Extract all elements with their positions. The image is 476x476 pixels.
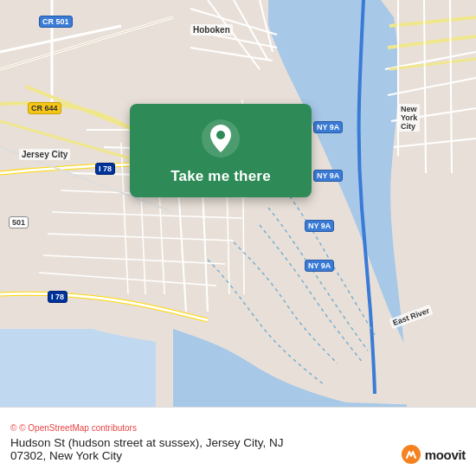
- cr644-badge: CR 644: [28, 102, 61, 114]
- attribution: © © OpenStreetMap contributors: [10, 423, 466, 433]
- address-text-1: Hudson St (hudson street at sussex), Jer…: [10, 436, 284, 449]
- attribution-icon: ©: [10, 423, 16, 433]
- i501-badge: 501: [9, 216, 29, 228]
- bottom-bar: © © OpenStreetMap contributors Hudson St…: [0, 407, 476, 476]
- i78a-badge: I 78: [95, 163, 115, 175]
- nyc-label: NewYorkCity: [398, 104, 420, 132]
- address-line1: Hudson St (hudson street at sussex), Jer…: [10, 436, 466, 449]
- moovit-symbol: [405, 448, 417, 460]
- map-container: Hoboken Jersey City NewYorkCity East Riv…: [0, 0, 476, 407]
- address-text-2: 07302, New York City: [10, 449, 122, 462]
- moovit-icon: [402, 445, 421, 464]
- cr501-badge: CR 501: [39, 16, 73, 28]
- location-pin-icon: [200, 118, 241, 159]
- hoboken-label: Hoboken: [190, 24, 233, 35]
- moovit-text: moovit: [425, 447, 466, 462]
- moovit-logo: moovit: [402, 445, 466, 464]
- ny9a4-badge: NY 9A: [305, 260, 334, 272]
- ny9a3-badge: NY 9A: [305, 220, 334, 232]
- jersey-city-label: Jersey City: [19, 149, 70, 160]
- svg-point-42: [216, 131, 225, 139]
- attribution-text: © OpenStreetMap contributors: [19, 423, 137, 433]
- ny9a2-badge: NY 9A: [313, 170, 343, 182]
- map-svg: [0, 0, 476, 407]
- address-line2: 07302, New York City: [10, 449, 466, 462]
- take-me-there-button[interactable]: Take me there: [170, 168, 271, 185]
- ny9a1-badge: NY 9A: [313, 121, 343, 133]
- location-card: Take me there: [130, 104, 312, 197]
- i78b-badge: I 78: [48, 291, 68, 303]
